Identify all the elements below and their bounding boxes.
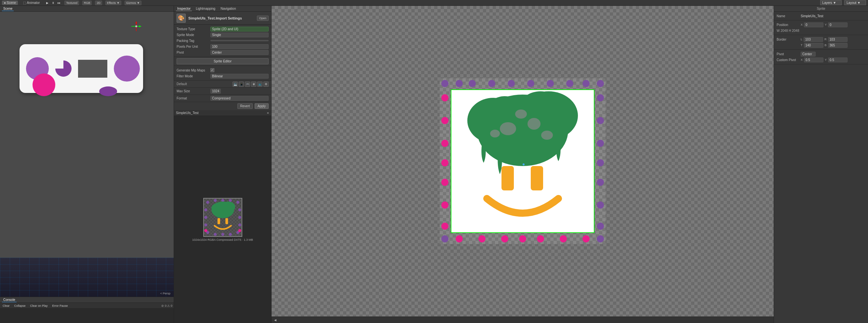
pivot-y-input[interactable] — [828, 58, 847, 62]
clear-button[interactable]: Clear — [1, 304, 11, 308]
platform-icon-3[interactable]: 🎮 — [245, 82, 250, 87]
border-t-input[interactable] — [804, 43, 824, 48]
max-size-value[interactable]: 1024 — [210, 89, 221, 94]
size-value: W 2048 H 2048 — [777, 29, 799, 32]
texture-type-section: Texture Type Sprite (2D and UI) Sprite M… — [174, 25, 271, 57]
svg-point-16 — [214, 233, 217, 235]
svg-point-31 — [469, 80, 476, 87]
svg-point-8 — [229, 199, 231, 202]
name-section: Name SimpleUIs_Test — [774, 12, 868, 21]
border-b-input[interactable] — [828, 43, 847, 48]
lightmapping-tab[interactable]: Lightmapping — [194, 6, 217, 11]
svg-point-12 — [238, 223, 241, 226]
border-tb-inputs: T B — [801, 43, 847, 48]
transform-handle — [131, 22, 141, 31]
dim-mode[interactable]: 2D — [95, 1, 102, 5]
animator-tab[interactable]: ⬚ Animator — [21, 1, 42, 5]
svg-point-47 — [441, 140, 448, 147]
platform-icon-2[interactable]: 📱 — [239, 82, 244, 87]
platform-icon-4[interactable]: 🖥 — [251, 82, 256, 87]
layers-dropdown[interactable]: Layers ▼ — [820, 0, 842, 5]
open-button[interactable]: Open — [257, 15, 269, 21]
scene-object — [20, 44, 143, 96]
mini-header-icons: ✕ — [267, 111, 269, 115]
svg-point-30 — [456, 80, 463, 87]
mip-checkbox[interactable]: ✓ — [210, 68, 214, 72]
platform-icon-6[interactable]: ⚙ — [264, 82, 269, 87]
svg-point-58 — [597, 223, 604, 230]
filter-mode-row: Filter Mode Bilinear — [177, 73, 269, 79]
pivot-section: Pivot Center Custom Pivot X Y — [774, 50, 868, 64]
play-button[interactable]: ▶ — [45, 1, 50, 5]
svg-point-7 — [221, 199, 224, 202]
scene-floor — [0, 258, 174, 297]
svg-point-26 — [204, 229, 207, 232]
format-value[interactable]: Compressed — [210, 96, 269, 101]
console-tab[interactable]: Console — [2, 298, 17, 302]
scene-tab[interactable]: ● Scene — [2, 1, 18, 5]
svg-point-23 — [221, 201, 235, 212]
main-content: Scene — [0, 6, 868, 323]
svg-point-54 — [597, 140, 604, 147]
svg-marker-3 — [135, 22, 137, 23]
position-y-input[interactable] — [828, 23, 847, 27]
svg-point-51 — [441, 223, 448, 230]
border-l-input[interactable] — [804, 37, 823, 42]
purple-ellipse — [99, 87, 117, 96]
step-button[interactable]: ⏭ — [57, 1, 61, 5]
pivot-label: Pivot — [177, 51, 209, 54]
persp-label: < Persp — [160, 292, 170, 295]
border-r-input[interactable] — [828, 37, 847, 42]
sprite-canvas-bg[interactable] — [272, 6, 774, 317]
center-rect — [78, 60, 107, 78]
svg-point-36 — [566, 80, 574, 87]
platform-icon-5[interactable]: 📺 — [257, 82, 262, 87]
position-section: Position X Y W 2048 H 2048 — [774, 21, 868, 35]
pivot-value[interactable]: Center — [210, 50, 269, 55]
color-mode[interactable]: RGB — [82, 1, 92, 5]
mini-close-icon[interactable]: ✕ — [267, 111, 269, 115]
apply-button[interactable]: Apply — [255, 103, 269, 109]
svg-point-50 — [441, 201, 448, 208]
texture-type-value[interactable]: Sprite (2D and UI) — [210, 27, 269, 32]
effects-btn[interactable]: Effects ▼ — [105, 1, 121, 5]
svg-point-42 — [537, 235, 544, 243]
border-inputs: L R — [801, 37, 847, 42]
revert-button[interactable]: Revert — [238, 103, 253, 109]
pivot-x-input[interactable] — [804, 58, 824, 62]
collapse-button[interactable]: Collapse — [13, 304, 27, 308]
inspector-tab[interactable]: Inspector — [176, 6, 192, 11]
clear-on-play-button[interactable]: Clear on Play — [29, 304, 49, 308]
scene-tab-label[interactable]: Scene — [2, 6, 14, 11]
sprite-mode-row: Sprite Mode Single — [177, 32, 269, 38]
position-label: Position — [777, 23, 799, 27]
error-pause-button[interactable]: Error Pause — [51, 304, 69, 308]
svg-point-72 — [541, 131, 553, 140]
pie-shape — [55, 60, 71, 77]
svg-point-48 — [441, 159, 448, 166]
texture-type-row: Texture Type Sprite (2D and UI) — [177, 26, 269, 32]
filter-mode-label: Filter Mode — [177, 74, 209, 78]
svg-point-59 — [441, 80, 448, 87]
gizmos-btn[interactable]: Gizmos ▼ — [125, 1, 142, 5]
pivot-dropdown[interactable]: Center — [801, 52, 816, 57]
platform-icon-1[interactable]: 💻 — [232, 82, 238, 87]
pixels-per-unit-value[interactable]: 100 — [210, 44, 269, 49]
scene-view[interactable]: < Persp — [0, 12, 174, 297]
svg-point-61 — [441, 235, 448, 243]
left-panel: Scene — [0, 6, 174, 323]
mip-filter-section: Generate Mip Maps ✓ Filter Mode Bilinear — [174, 66, 271, 80]
default-icons: 💻 📱 🎮 🖥 📺 ⚙ — [232, 82, 269, 87]
filter-mode-value[interactable]: Bilinear — [210, 74, 269, 78]
pause-button[interactable]: ⏸ — [51, 1, 55, 5]
position-x-input[interactable] — [804, 23, 824, 27]
packing-tag-value[interactable] — [210, 40, 269, 41]
layout-dropdown[interactable]: Layout ▼ — [844, 0, 866, 5]
sprite-mode-value[interactable]: Single — [210, 32, 269, 37]
navigation-tab[interactable]: Navigation — [219, 6, 237, 11]
max-size-row: Max Size 1024 — [174, 88, 271, 95]
sprite-editor-button[interactable]: Sprite Editor — [177, 58, 269, 64]
default-row: Default 💻 📱 🎮 🖥 📺 ⚙ — [174, 80, 271, 88]
view-mode[interactable]: Textured — [64, 1, 79, 5]
svg-point-41 — [519, 235, 526, 243]
